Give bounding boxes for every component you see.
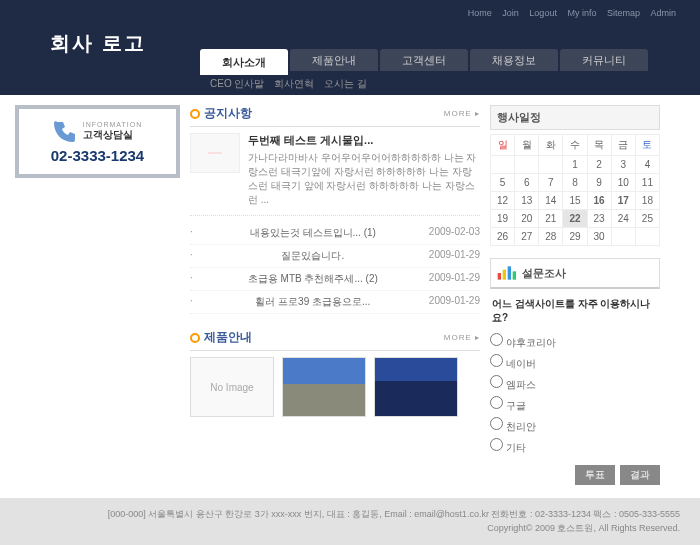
result-button[interactable]: 결과 (620, 465, 660, 485)
poll-radio[interactable] (490, 354, 503, 367)
toplink-home[interactable]: Home (464, 8, 496, 18)
svg-rect-2 (508, 266, 511, 279)
cal-cell[interactable]: 25 (635, 210, 659, 228)
cal-day-head: 일 (491, 135, 515, 156)
cal-cell[interactable]: 4 (635, 156, 659, 174)
notice-section: 공지사항 MORE ▸ 〰〰 두번째 테스트 게시물입... 가나다라마바사 우… (190, 105, 480, 314)
cal-cell[interactable]: 14 (539, 192, 563, 210)
cal-cell[interactable]: 20 (515, 210, 539, 228)
cal-cell[interactable]: 11 (635, 174, 659, 192)
cal-cell[interactable]: 22 (563, 210, 587, 228)
subnav-link[interactable]: 오시는 길 (324, 78, 367, 89)
cal-cell[interactable]: 23 (587, 210, 611, 228)
notice-item[interactable]: 질문있습니다.2009-01-29 (190, 245, 480, 268)
notice-feat-title[interactable]: 두번째 테스트 게시물입... (248, 133, 480, 148)
toplink-sitemap[interactable]: Sitemap (603, 8, 644, 18)
cal-cell[interactable]: 26 (491, 228, 515, 246)
poll-radio[interactable] (490, 396, 503, 409)
toplink-logout[interactable]: Logout (525, 8, 561, 18)
poll-option[interactable]: 엠파스 (490, 373, 660, 394)
cal-cell (539, 156, 563, 174)
poll-radio[interactable] (490, 333, 503, 346)
footer-line1: [000-000] 서울특별시 용산구 한강로 3가 xxx-xxx 번지, 대… (20, 508, 680, 522)
poll-radio[interactable] (490, 438, 503, 451)
product-thumb-noimage[interactable]: No Image (190, 357, 274, 417)
cal-day-head: 토 (635, 135, 659, 156)
product-thumb[interactable] (374, 357, 458, 417)
calendar: 일월화수목금토 12345678910111213141516171819202… (490, 134, 660, 246)
nav-tab[interactable]: 채용정보 (470, 49, 558, 71)
poll-option[interactable]: 구글 (490, 394, 660, 415)
cal-cell (635, 228, 659, 246)
cal-cell[interactable]: 21 (539, 210, 563, 228)
cal-cell[interactable]: 3 (611, 156, 635, 174)
svg-rect-1 (503, 270, 506, 280)
header: Home Join Logout My info Sitemap Admin 회… (0, 0, 700, 75)
toplink-myinfo[interactable]: My info (563, 8, 600, 18)
nav-tab[interactable]: 고객센터 (380, 49, 468, 71)
bullet-icon (190, 109, 200, 119)
subnav-link[interactable]: CEO 인사말 (210, 78, 264, 89)
cal-cell[interactable]: 19 (491, 210, 515, 228)
notice-thumbnail: 〰〰 (190, 133, 240, 173)
notice-item[interactable]: 초급용 MTB 추천해주세... (2)2009-01-29 (190, 268, 480, 291)
phone-icon (53, 119, 77, 143)
poll-radio[interactable] (490, 417, 503, 430)
nav-tab[interactable]: 커뮤니티 (560, 49, 648, 71)
notice-item-title: 내용있는것 테스트입니... (1) (250, 226, 376, 240)
products-more-link[interactable]: MORE ▸ (444, 333, 480, 342)
notice-item[interactable]: 내용있는것 테스트입니... (1)2009-02-03 (190, 222, 480, 245)
poll-question: 어느 검색사이트를 자주 이용하시나요? (490, 289, 660, 331)
cal-cell[interactable]: 18 (635, 192, 659, 210)
cal-cell[interactable]: 5 (491, 174, 515, 192)
notice-item-title: 휠러 프로39 초급용으로... (255, 295, 370, 309)
cal-day-head: 목 (587, 135, 611, 156)
poll-radio[interactable] (490, 375, 503, 388)
subnav-link[interactable]: 회사연혁 (274, 78, 314, 89)
product-thumb[interactable] (282, 357, 366, 417)
notice-item[interactable]: 휠러 프로39 초급용으로...2009-01-29 (190, 291, 480, 314)
nav-tab[interactable]: 회사소개 (200, 49, 288, 75)
cal-cell[interactable]: 2 (587, 156, 611, 174)
poll-option[interactable]: 기타 (490, 436, 660, 457)
cal-cell[interactable]: 6 (515, 174, 539, 192)
cal-cell[interactable]: 15 (563, 192, 587, 210)
info-label-kr: 고객상담실 (83, 128, 142, 142)
cal-cell (515, 156, 539, 174)
cal-cell[interactable]: 10 (611, 174, 635, 192)
cal-cell[interactable]: 17 (611, 192, 635, 210)
cal-cell[interactable]: 27 (515, 228, 539, 246)
vote-button[interactable]: 투표 (575, 465, 615, 485)
cal-cell[interactable]: 16 (587, 192, 611, 210)
cal-cell[interactable]: 9 (587, 174, 611, 192)
toplink-join[interactable]: Join (498, 8, 523, 18)
notice-item-title: 초급용 MTB 추천해주세... (2) (248, 272, 378, 286)
cal-cell[interactable]: 8 (563, 174, 587, 192)
notice-item-date: 2009-02-03 (429, 226, 480, 240)
poll-option[interactable]: 야후코리아 (490, 331, 660, 352)
footer: [000-000] 서울특별시 용산구 한강로 3가 xxx-xxx 번지, 대… (0, 498, 700, 545)
cal-cell[interactable]: 7 (539, 174, 563, 192)
cal-cell[interactable]: 1 (563, 156, 587, 174)
cal-day-head: 수 (563, 135, 587, 156)
cal-cell[interactable]: 24 (611, 210, 635, 228)
poll-option[interactable]: 네이버 (490, 352, 660, 373)
calendar-days-row: 일월화수목금토 (491, 135, 660, 156)
cal-day-head: 화 (539, 135, 563, 156)
contact-box: INFORMATION 고객상담실 02-3333-1234 (15, 105, 180, 178)
calendar-title: 행사일정 (490, 105, 660, 130)
cal-cell[interactable]: 29 (563, 228, 587, 246)
notice-item-title: 질문있습니다. (281, 249, 344, 263)
cal-cell[interactable]: 30 (587, 228, 611, 246)
nav-tab[interactable]: 제품안내 (290, 49, 378, 71)
main-nav: 회사소개제품안내고객센터채용정보커뮤니티 (200, 49, 650, 75)
notice-more-link[interactable]: MORE ▸ (444, 109, 480, 118)
cal-cell[interactable]: 28 (539, 228, 563, 246)
cal-cell[interactable]: 12 (491, 192, 515, 210)
poll-option[interactable]: 천리안 (490, 415, 660, 436)
products-title: 제품안내 (204, 329, 444, 346)
cal-cell[interactable]: 13 (515, 192, 539, 210)
bullet-icon (190, 333, 200, 343)
chart-icon (496, 264, 516, 282)
toplink-admin[interactable]: Admin (646, 8, 680, 18)
